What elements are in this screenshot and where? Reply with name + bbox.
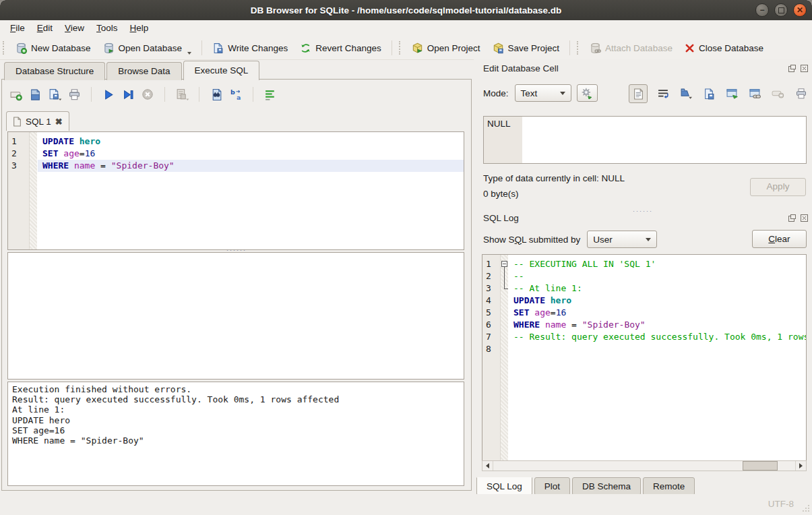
execution-message-pane[interactable]: Execution finished without errors. Resul… [7,382,464,486]
find-icon [210,88,223,101]
cell-value-editor[interactable]: NULL [483,116,807,164]
write-changes-button[interactable]: Write Changes [206,39,294,57]
save-project-icon [493,42,504,54]
new-sql-tab-icon [9,88,22,101]
sql-editor[interactable]: 1UPDATE hero2SET age=163WHERE name = "Sp… [7,131,464,250]
link-icon [749,88,761,99]
print-icon [68,88,81,101]
minimize-button[interactable]: − [755,3,769,17]
results-pane[interactable] [7,252,464,380]
revert-changes-button[interactable]: Revert Changes [294,39,387,57]
open-project-icon [412,42,423,54]
sql-file-tab[interactable]: SQL 1 ✖ [6,111,69,131]
svg-text:a: a [237,93,241,100]
format-sql-button[interactable] [263,88,277,101]
toolbar-separator [199,87,199,102]
menu-file[interactable]: File [4,20,31,36]
stop-button[interactable] [141,88,154,101]
print-sql-button[interactable] [67,88,81,101]
window-controls: − ✕ [755,3,807,17]
float-dock-button[interactable] [788,64,797,73]
scrollbar-track[interactable] [493,461,795,471]
apply-button[interactable]: Apply [750,178,806,196]
save-project-button[interactable]: Save Project [487,39,566,57]
new-database-button[interactable]: New Database [9,39,97,57]
toolbar-separator [201,40,202,55]
tab-database-structure[interactable]: Database Structure [4,62,105,80]
set-null-button[interactable] [771,87,785,101]
auto-apply-button[interactable] [577,84,598,102]
find-button[interactable] [210,88,223,101]
toolbar-drag-handle[interactable] [577,41,580,55]
attach-database-button[interactable]: Attach Database [584,39,679,57]
svg-text:b: b [230,88,235,96]
close-database-button[interactable]: Close Database [679,39,770,57]
clear-log-button[interactable]: Clear [752,230,807,248]
scroll-right-arrow[interactable] [795,461,806,471]
code-line: 2-- [482,270,806,282]
app-window: DB Browser for SQLite - /home/user/code/… [0,0,812,515]
menu-help[interactable]: Help [124,20,155,36]
tab-db-schema[interactable]: DB Schema [572,477,641,495]
close-dock-button[interactable] [800,64,809,73]
tab-sql-log[interactable]: SQL Log [476,477,532,495]
title-bar[interactable]: DB Browser for SQLite - /home/user/code/… [0,0,812,20]
main-area: Database Structure Browse Data Execute S… [0,59,474,494]
execute-all-button[interactable] [102,88,115,101]
tab-execute-sql[interactable]: Execute SQL [183,61,260,80]
sql-file-tab-label: SQL 1 [26,117,51,127]
tab-plot[interactable]: Plot [534,477,570,495]
cell-mode-row: Mode: Text [483,84,598,102]
print-cell-button[interactable] [794,87,808,101]
menu-tools[interactable]: Tools [90,20,124,36]
new-sql-tab-button[interactable] [9,88,22,101]
menu-edit[interactable]: Edit [31,20,59,36]
tab-remote[interactable]: Remote [643,477,695,495]
print-icon [795,88,807,100]
resize-grip[interactable] [801,504,810,512]
save-sql-file-button[interactable] [48,88,61,101]
submitter-combobox[interactable]: User [587,231,657,248]
execute-line-button[interactable] [121,88,135,101]
mode-combobox[interactable]: Text [515,84,571,102]
text-mode-button[interactable] [629,84,648,103]
tab-browse-data[interactable]: Browse Data [106,62,181,80]
chevron-down-icon [187,52,191,55]
open-sql-file-button[interactable] [28,88,42,101]
sql-log-view[interactable]: 1-- EXECUTING ALL IN 'SQL 1'2--3-- At li… [482,254,807,461]
import-file-button[interactable] [679,87,693,101]
find-replace-button[interactable]: ba [229,88,243,101]
open-project-button[interactable]: Open Project [406,39,487,57]
code-line: 1-- EXECUTING ALL IN 'SQL 1' [482,258,806,270]
cell-type-info: Type of data currently in cell: NULL [483,173,625,183]
execute-sql-panel: ba SQL 1 ✖ 1UPDATE hero2SET age=163WHERE… [1,79,472,491]
menu-view[interactable]: View [59,20,90,36]
save-sql-file-icon [48,88,62,101]
horizontal-scrollbar[interactable] [482,460,807,471]
main-tab-bar: Database Structure Browse Data Execute S… [4,61,261,80]
word-wrap-button[interactable] [656,87,670,101]
dock-splitter-handle[interactable]: ······ [474,209,812,213]
attach-database-icon [590,42,601,54]
filter-label: Show SQL submitted by [483,235,580,245]
revert-changes-icon [300,42,311,54]
float-dock-button[interactable] [788,214,797,222]
close-sql-tab-icon[interactable]: ✖ [55,117,63,127]
link-data-button[interactable] [748,87,762,101]
code-line: 4UPDATE hero [482,295,806,307]
scroll-left-arrow[interactable] [482,461,493,471]
close-window-button[interactable]: ✕ [793,3,807,17]
save-results-button[interactable] [175,88,189,101]
close-dock-button[interactable] [800,214,809,222]
maximize-button[interactable] [774,3,788,17]
cell-size-info: 0 byte(s) [483,189,519,199]
window-title: DB Browser for SQLite - /home/user/code/… [251,5,561,16]
open-database-button[interactable]: Open Database [97,39,198,57]
toolbar-drag-handle[interactable] [399,41,402,55]
scrollbar-thumb[interactable] [743,461,778,471]
code-line: 8 [482,343,806,355]
set-value-button[interactable] [725,87,739,101]
main-toolbar: New Database Open Database Write Changes… [0,36,812,60]
export-file-button[interactable] [702,87,716,101]
toolbar-drag-handle[interactable] [3,41,6,55]
